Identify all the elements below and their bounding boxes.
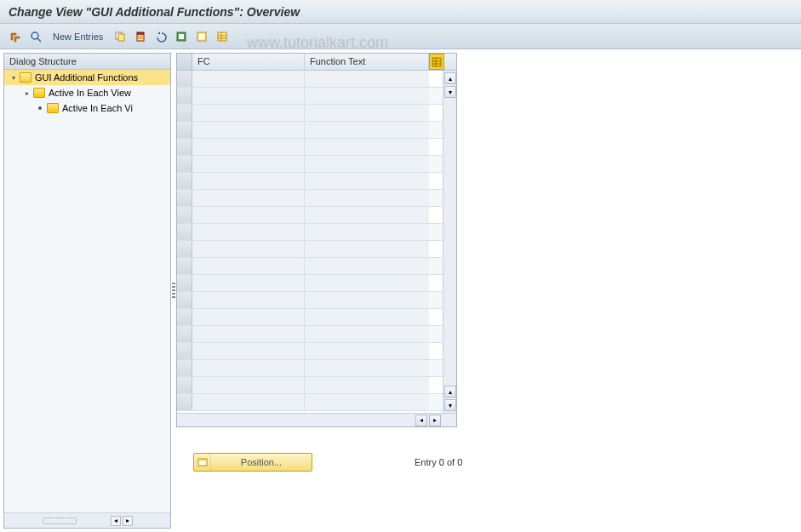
cell-fc[interactable] <box>192 343 305 359</box>
cell-fc[interactable] <box>192 258 305 274</box>
cell-fc[interactable] <box>192 190 305 206</box>
cell-fc[interactable] <box>192 326 305 342</box>
cell-fc[interactable] <box>192 173 305 189</box>
row-selector[interactable] <box>177 343 192 359</box>
cell-fc[interactable] <box>192 71 305 87</box>
row-selector[interactable] <box>177 207 192 223</box>
scroll-right-icon[interactable]: ▸ <box>429 415 441 426</box>
horizontal-scrollbar[interactable]: ◂ ▸ <box>177 413 456 426</box>
row-selector[interactable] <box>177 173 192 189</box>
cell-function-text[interactable] <box>305 190 429 206</box>
tree-node[interactable]: ▸Active In Each View <box>4 85 170 100</box>
deselect-all-icon[interactable] <box>193 28 210 45</box>
row-selector[interactable] <box>177 139 192 155</box>
collapse-icon[interactable]: ▾ <box>9 73 18 82</box>
svg-rect-13 <box>218 32 226 41</box>
cell-function-text[interactable] <box>305 105 429 121</box>
cell-function-text[interactable] <box>305 139 429 155</box>
cell-function-text[interactable] <box>305 224 429 240</box>
svg-line-1 <box>37 38 41 42</box>
row-selector[interactable] <box>177 326 192 342</box>
cell-fc[interactable] <box>192 156 305 172</box>
table-row <box>177 309 443 326</box>
row-selector-header[interactable] <box>177 54 192 70</box>
cell-fc[interactable] <box>192 292 305 308</box>
row-selector[interactable] <box>177 360 192 376</box>
scroll-up-icon[interactable]: ▾ <box>444 86 456 98</box>
scroll-bottom-icon[interactable]: ▾ <box>444 399 456 411</box>
position-label: Position... <box>211 457 312 467</box>
row-selector[interactable] <box>177 105 192 121</box>
row-selector[interactable] <box>177 88 192 104</box>
column-header-fc[interactable]: FC <box>192 54 305 70</box>
cell-fc[interactable] <box>192 275 305 291</box>
cell-fc[interactable] <box>192 207 305 223</box>
tree-node[interactable]: ▾GUI Additional Functions <box>4 70 170 85</box>
row-selector[interactable] <box>177 292 192 308</box>
cell-fc[interactable] <box>192 122 305 138</box>
row-selector[interactable] <box>177 377 192 393</box>
cell-function-text[interactable] <box>305 122 429 138</box>
tree-scroll-left[interactable]: ◂ <box>111 516 121 526</box>
cell-function-text[interactable] <box>305 258 429 274</box>
table-row <box>177 139 443 156</box>
cell-function-text[interactable] <box>305 377 429 393</box>
row-selector[interactable] <box>177 71 192 87</box>
row-selector[interactable] <box>177 258 192 274</box>
cell-fc[interactable] <box>192 309 305 325</box>
row-selector[interactable] <box>177 241 192 257</box>
cell-function-text[interactable] <box>305 394 429 410</box>
cell-fc[interactable] <box>192 241 305 257</box>
delete-icon[interactable] <box>132 28 149 45</box>
undo-icon[interactable] <box>152 28 169 45</box>
table-config-icon[interactable] <box>429 54 444 70</box>
row-selector[interactable] <box>177 122 192 138</box>
cell-function-text[interactable] <box>305 71 429 87</box>
tree-scroll-right[interactable]: ▸ <box>123 516 133 526</box>
cell-function-text[interactable] <box>305 275 429 291</box>
new-entries-button[interactable]: New Entries <box>48 31 108 42</box>
cell-function-text[interactable] <box>305 173 429 189</box>
cell-function-text[interactable] <box>305 156 429 172</box>
row-selector[interactable] <box>177 224 192 240</box>
toggle-display-icon[interactable] <box>7 28 24 45</box>
scroll-down-icon[interactable]: ▴ <box>444 386 456 398</box>
column-header-function-text[interactable]: Function Text <box>305 54 429 70</box>
cell-fc[interactable] <box>192 139 305 155</box>
cell-function-text[interactable] <box>305 326 429 342</box>
cell-fc[interactable] <box>192 377 305 393</box>
scroll-top-icon[interactable]: ▴ <box>444 72 456 84</box>
position-icon <box>194 454 211 471</box>
cell-function-text[interactable] <box>305 292 429 308</box>
cell-function-text[interactable] <box>305 241 429 257</box>
vertical-scrollbar[interactable]: ▴ ▾ ▴ ▾ <box>443 71 456 413</box>
row-selector[interactable] <box>177 156 192 172</box>
scroll-left-icon[interactable]: ◂ <box>415 415 427 426</box>
cell-fc[interactable] <box>192 394 305 410</box>
cell-fc[interactable] <box>192 360 305 376</box>
row-selector[interactable] <box>177 275 192 291</box>
copy-icon[interactable] <box>112 28 129 45</box>
cell-fc[interactable] <box>192 105 305 121</box>
cell-function-text[interactable] <box>305 343 429 359</box>
table-row <box>177 105 443 122</box>
select-all-icon[interactable] <box>173 28 190 45</box>
expand-icon[interactable]: ▸ <box>23 89 31 97</box>
row-selector[interactable] <box>177 190 192 206</box>
tree-resize-handle[interactable] <box>43 518 77 524</box>
cell-fc[interactable] <box>192 88 305 104</box>
cell-function-text[interactable] <box>305 360 429 376</box>
position-button[interactable]: Position... <box>193 453 312 472</box>
table-body: ▴ ▾ ▴ ▾ <box>177 71 456 413</box>
cell-function-text[interactable] <box>305 309 429 325</box>
find-icon[interactable] <box>27 28 44 45</box>
cell-function-text[interactable] <box>305 88 429 104</box>
cell-function-text[interactable] <box>305 207 429 223</box>
table-row <box>177 326 443 343</box>
row-selector[interactable] <box>177 309 192 325</box>
tree-node[interactable]: Active In Each Vi <box>4 100 170 116</box>
tree-node-label: Active In Each View <box>49 88 131 98</box>
cell-fc[interactable] <box>192 224 305 240</box>
table-settings-icon[interactable] <box>214 28 231 45</box>
row-selector[interactable] <box>177 394 192 410</box>
